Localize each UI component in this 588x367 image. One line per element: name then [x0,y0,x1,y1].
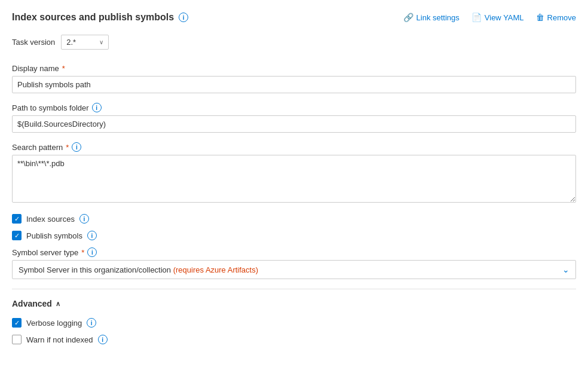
symbol-server-type-label: Symbol server type * i [12,247,576,257]
publish-symbols-label: Publish symbols [26,231,82,240]
search-pattern-group: Search pattern * i [12,142,576,204]
link-icon: 🔗 [403,13,414,22]
advanced-chevron-icon: ∧ [56,300,60,308]
search-pattern-info-icon[interactable]: i [72,142,81,152]
display-name-label-text: Display name [12,64,59,73]
link-settings-label: Link settings [416,13,460,22]
symbol-server-azure-suffix: (requires Azure Artifacts) [171,265,258,274]
verbose-logging-row: ✓ Verbose logging i [12,318,576,328]
verbose-logging-info-icon[interactable]: i [87,318,96,328]
remove-icon: 🗑 [536,13,544,22]
page-header: Index sources and publish symbols i 🔗 Li… [12,12,576,23]
task-version-chevron-icon: ∨ [99,39,103,45]
symbol-server-type-dropdown[interactable]: Symbol Server in this organization/colle… [12,260,576,279]
remove-button[interactable]: 🗑 Remove [536,13,576,22]
publish-symbols-checkbox[interactable]: ✓ [12,231,22,240]
publish-symbols-info-icon[interactable]: i [87,231,97,240]
task-version-label: Task version [12,38,55,47]
display-name-group: Display name * [12,64,576,93]
path-symbols-folder-info-icon[interactable]: i [92,103,102,112]
index-sources-checkbox[interactable]: ✓ [12,214,22,224]
search-pattern-label-text: Search pattern [12,143,63,152]
publish-symbols-check-icon: ✓ [14,233,20,239]
symbol-server-type-info-icon[interactable]: i [87,247,97,257]
path-symbols-folder-label: Path to symbols folder i [12,103,576,112]
advanced-divider [12,289,576,289]
symbol-server-type-chevron-icon: ⌄ [562,265,569,274]
path-symbols-folder-group: Path to symbols folder i [12,103,576,133]
warn-not-indexed-checkbox[interactable] [12,335,22,344]
warn-not-indexed-info-icon[interactable]: i [98,335,108,344]
header-actions: 🔗 Link settings 📄 View YAML 🗑 Remove [403,13,576,22]
warn-not-indexed-label: Warn if not indexed [26,335,93,344]
symbol-server-type-value-text: Symbol Server in this organization/colle… [19,265,171,274]
advanced-label: Advanced [12,299,52,308]
page-title-text: Index sources and publish symbols [12,12,174,23]
task-version-select[interactable]: 2.* ∨ [61,35,109,50]
verbose-logging-check-icon: ✓ [14,320,20,326]
view-yaml-button[interactable]: 📄 View YAML [471,13,524,22]
verbose-logging-label: Verbose logging [26,319,82,328]
page-title-info-icon[interactable]: i [179,13,188,22]
search-pattern-label: Search pattern * i [12,142,576,152]
task-version-value: 2.* [66,38,76,47]
display-name-label: Display name * [12,64,576,73]
symbol-server-type-value: Symbol Server in this organization/colle… [19,265,258,274]
symbol-server-type-group: Symbol server type * i Symbol Server in … [12,247,576,279]
page-title: Index sources and publish symbols i [12,12,188,23]
search-pattern-required: * [66,143,69,152]
remove-label: Remove [547,13,576,22]
view-yaml-label: View YAML [485,13,524,22]
task-version-row: Task version 2.* ∨ [12,35,576,50]
warn-not-indexed-row: Warn if not indexed i [12,335,576,344]
display-name-input[interactable] [12,76,576,93]
symbol-server-type-label-text: Symbol server type [12,248,78,257]
path-symbols-folder-label-text: Path to symbols folder [12,103,89,112]
verbose-logging-checkbox[interactable]: ✓ [12,318,22,328]
index-sources-info-icon[interactable]: i [79,214,89,224]
path-symbols-folder-input[interactable] [12,115,576,133]
publish-symbols-row: ✓ Publish symbols i [12,231,576,240]
search-pattern-textarea[interactable] [12,155,576,203]
yaml-icon: 📄 [471,13,482,22]
index-sources-row: ✓ Index sources i [12,214,576,224]
link-settings-button[interactable]: 🔗 Link settings [403,13,460,22]
index-sources-check-icon: ✓ [14,216,20,222]
index-sources-label: Index sources [26,215,75,224]
display-name-required: * [62,64,65,73]
symbol-server-type-required: * [81,248,84,257]
advanced-header[interactable]: Advanced ∧ [12,299,576,308]
